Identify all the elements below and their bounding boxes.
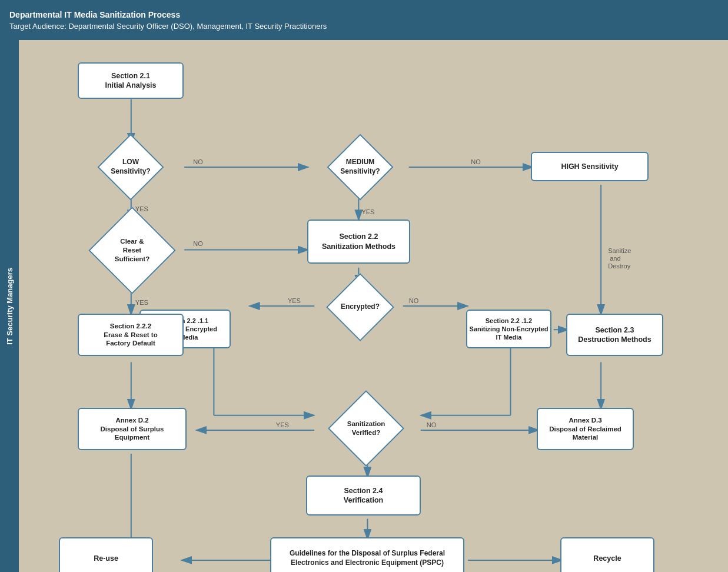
section24-box: Section 2.4 Verification bbox=[306, 475, 421, 516]
section21-box: Section 2.1 Initial Analysis bbox=[78, 62, 184, 99]
svg-text:YES: YES bbox=[361, 208, 374, 215]
low-sensitivity-diamond: LOWSensitivity? bbox=[78, 142, 184, 192]
clear-reset-diamond: Clear &ResetSufficient? bbox=[75, 217, 190, 284]
header-title: Departmental IT Media Sanitization Proce… bbox=[9, 10, 719, 19]
encrypted-diamond: Encrypted? bbox=[307, 281, 413, 333]
high-sensitivity-box: HIGH Sensitivity bbox=[531, 152, 649, 181]
sanitization-verified-diamond: SanitizationVerified? bbox=[310, 399, 422, 458]
svg-text:YES: YES bbox=[135, 299, 148, 306]
svg-text:Sanitize: Sanitize bbox=[608, 247, 631, 254]
section2212-box: Section 2.2 .1.2 Sanitizing Non-Encrypte… bbox=[466, 310, 551, 348]
svg-text:NO: NO bbox=[427, 421, 437, 428]
medium-sensitivity-diamond: MEDIUMSensitivity? bbox=[307, 142, 413, 192]
annex-d2-box: Annex D.2 Disposal of Surplus Equipment bbox=[78, 408, 187, 450]
diagram-area: NO NO YES YES NO YES YES NO YES NO Sanit… bbox=[19, 40, 728, 572]
side-label-text: IT Security Managers bbox=[5, 268, 14, 345]
svg-text:and: and bbox=[610, 255, 620, 262]
svg-text:NO: NO bbox=[471, 158, 481, 165]
guidelines-box: Guidelines for the Disposal of Surplus F… bbox=[270, 537, 464, 572]
svg-text:Destroy: Destroy bbox=[608, 262, 630, 270]
annex-d3-box: Annex D.3 Disposal of Reclaimed Material bbox=[537, 408, 634, 450]
svg-text:NO: NO bbox=[193, 158, 203, 165]
svg-text:YES: YES bbox=[288, 297, 301, 304]
header-subtitle: Target Audience: Departmental Security O… bbox=[9, 22, 719, 31]
side-label-bar: IT Security Managers bbox=[0, 40, 19, 572]
recycle-box: Recycle bbox=[560, 537, 654, 572]
section23-box: Section 2.3 Destruction Methods bbox=[566, 314, 663, 356]
header: Departmental IT Media Sanitization Proce… bbox=[0, 0, 728, 40]
svg-text:YES: YES bbox=[276, 421, 289, 428]
reuse-box: Re-use bbox=[59, 537, 153, 572]
svg-text:NO: NO bbox=[193, 240, 203, 247]
section22-box: Section 2.2 Sanitization Methods bbox=[307, 220, 410, 264]
section222-box: Section 2.2.2 Erase & Reset to Factory D… bbox=[78, 314, 184, 356]
